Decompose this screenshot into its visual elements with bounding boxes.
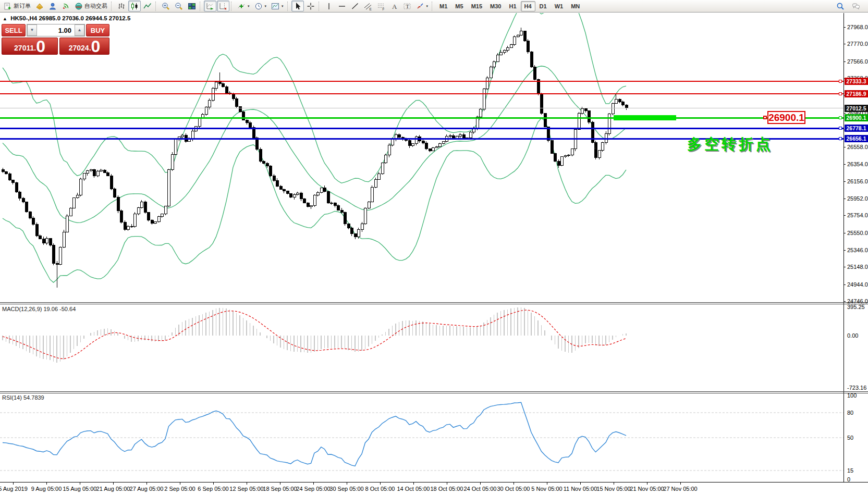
- pane-separator[interactable]: [0, 302, 868, 303]
- down-arrow-marker: ↓: [593, 143, 596, 151]
- rsi-axis-label: 50: [847, 435, 853, 441]
- tile-windows-icon: [188, 2, 196, 10]
- signals-button[interactable]: [59, 1, 72, 11]
- time-tick-mark: [413, 482, 414, 485]
- trade-panel-row: SELL ▼ ▲ BUY: [2, 24, 109, 36]
- timeframe-w1[interactable]: W1: [551, 1, 567, 11]
- zoom-in-button[interactable]: [160, 1, 172, 11]
- equidistant-channel-icon: E: [364, 2, 372, 10]
- price-tag-26778.1: 26778.1: [845, 125, 868, 132]
- tile-windows-button[interactable]: [186, 1, 198, 11]
- chart-shift-button[interactable]: [217, 1, 229, 11]
- timeframe-d1[interactable]: D1: [536, 1, 551, 11]
- search-icon: [836, 2, 845, 10]
- main-chart-canvas[interactable]: [0, 13, 843, 302]
- time-tick-mark: [213, 482, 214, 485]
- macd-histogram: [3, 307, 626, 363]
- cursor-button[interactable]: [291, 1, 304, 11]
- buy-price[interactable]: 27024.0: [59, 38, 109, 55]
- toolbar-separator: [319, 2, 321, 11]
- sell-button[interactable]: SELL: [2, 24, 26, 36]
- time-tick-mark: [13, 482, 14, 485]
- horizontal-line-button[interactable]: [336, 1, 348, 11]
- rsi-indicator-canvas[interactable]: [0, 393, 843, 482]
- line-chart-button[interactable]: [141, 1, 154, 11]
- equidistant-channel-button[interactable]: E: [362, 1, 374, 11]
- timeframe-m1[interactable]: M1: [436, 1, 451, 11]
- chat-button[interactable]: [850, 1, 862, 11]
- timeframe-m30[interactable]: M30: [486, 1, 505, 11]
- text-label-button[interactable]: T: [401, 1, 413, 11]
- ohlc-values: 26985.0 27036.0 26944.5 27012.5: [39, 15, 130, 21]
- macd-indicator-canvas[interactable]: [0, 304, 843, 391]
- buy-button[interactable]: BUY: [86, 24, 109, 36]
- mt4-terminal: 新订单 自动交易: [0, 0, 868, 495]
- time-axis-label: 12 Sep 05:00: [229, 486, 263, 492]
- sell-price[interactable]: 27011.0: [2, 38, 58, 55]
- time-tick-mark: [514, 482, 514, 485]
- toolbar-separator: [432, 2, 434, 11]
- timeframe-h1[interactable]: H1: [505, 1, 520, 11]
- buy-price-main: 27024: [69, 43, 89, 53]
- toolbar-separator: [155, 2, 157, 11]
- profile-button[interactable]: [46, 1, 59, 11]
- fibonacci-button[interactable]: F: [375, 1, 387, 11]
- chat-icon: [852, 2, 860, 10]
- label-glyph: T: [406, 3, 409, 9]
- horizontal-lines-group: [0, 81, 843, 139]
- time-tick-mark: [46, 482, 47, 485]
- new-order-label: 新订单: [14, 2, 31, 10]
- timeframe-h4[interactable]: H4: [521, 1, 535, 11]
- zoom-out-button[interactable]: [173, 1, 185, 11]
- macd-label: MACD(12,26,9) 19.06 -50.64: [2, 306, 76, 312]
- price-callout-label[interactable]: 26900.1: [767, 111, 805, 124]
- line-end-marker: [839, 127, 842, 130]
- timeframe-m5[interactable]: M5: [451, 1, 467, 11]
- arrows-icon: [416, 2, 424, 10]
- vertical-line-icon: [325, 2, 333, 10]
- candlestick-chart-button[interactable]: [128, 1, 141, 11]
- price-tag-27333.3: 27333.3: [845, 78, 868, 85]
- search-button[interactable]: [834, 1, 847, 11]
- highlight-bar[interactable]: [614, 115, 676, 120]
- crosshair-button[interactable]: [304, 1, 317, 11]
- periods-button[interactable]: ▾: [252, 1, 269, 11]
- symbol-direction-icon: ▲: [3, 16, 7, 21]
- time-axis[interactable]: 5 Aug 20199 Aug 05:0015 Aug 05:0021 Aug …: [0, 482, 868, 495]
- metaeditor-button[interactable]: [33, 1, 46, 11]
- bar-chart-icon: [117, 2, 126, 10]
- time-axis-label: 24 Sep 05:00: [296, 486, 330, 492]
- time-tick-mark: [380, 482, 381, 485]
- volume-up-button[interactable]: ▲: [75, 24, 84, 36]
- volume-input[interactable]: [37, 24, 75, 36]
- zoom-out-icon: [175, 2, 183, 10]
- time-axis-label: 21 Nov 05:00: [630, 486, 664, 492]
- timeframe-m15[interactable]: M15: [468, 1, 486, 11]
- bar-chart-button[interactable]: [115, 1, 128, 11]
- time-tick-mark: [647, 482, 647, 485]
- rsi-axis-label: 15: [847, 467, 853, 474]
- price-tick-label: 26354.0: [847, 161, 868, 167]
- chart-annotation-text[interactable]: 多空转折点: [687, 134, 773, 154]
- pane-separator[interactable]: [0, 391, 868, 392]
- auto-scroll-button[interactable]: [204, 1, 216, 11]
- timeframe-group: M1M5M15M30H1H4D1W1MN: [436, 1, 583, 11]
- symbol-period: HK50-,H4: [10, 15, 37, 21]
- new-order-button[interactable]: 新订单: [2, 1, 33, 11]
- autotrading-icon: [75, 2, 83, 10]
- price-axis[interactable]: [843, 13, 844, 482]
- templates-button[interactable]: ▾: [269, 1, 286, 11]
- new-order-icon: [4, 2, 12, 10]
- autotrading-button[interactable]: 自动交易: [72, 1, 109, 11]
- time-tick-mark: [580, 482, 581, 485]
- template-icon: [271, 2, 279, 10]
- rsi-value: 54.7839: [23, 394, 44, 401]
- trendline-button[interactable]: [349, 1, 361, 11]
- volume-down-button[interactable]: ▼: [27, 24, 37, 36]
- vertical-line-button[interactable]: [323, 1, 335, 11]
- cursor-arrow-icon: [294, 2, 302, 10]
- timeframe-mn[interactable]: MN: [567, 1, 583, 11]
- arrows-button[interactable]: ▾: [414, 1, 431, 11]
- indicators-button[interactable]: ▾: [235, 1, 252, 11]
- text-button[interactable]: A: [388, 1, 400, 11]
